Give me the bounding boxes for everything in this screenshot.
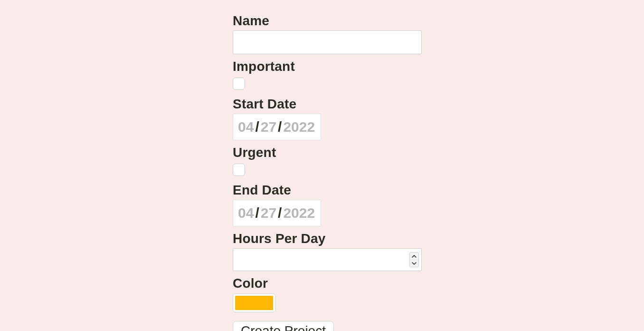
stepper-up-icon[interactable] xyxy=(410,253,418,260)
start-date-dd[interactable]: 27 xyxy=(261,119,276,135)
urgent-label: Urgent xyxy=(233,144,422,161)
start-date-yyyy[interactable]: 2022 xyxy=(283,119,315,135)
name-input[interactable] xyxy=(233,30,422,54)
end-date-mm[interactable]: 04 xyxy=(238,205,254,221)
end-date-dd[interactable]: 27 xyxy=(261,205,276,221)
start-date-input[interactable]: 04 / 27 / 2022 xyxy=(233,114,321,140)
name-label: Name xyxy=(233,12,422,29)
start-date-mm[interactable]: 04 xyxy=(238,119,254,135)
create-project-form: Name Important Start Date 04 / 27 / 2022… xyxy=(233,0,422,331)
hours-per-day-label: Hours Per Day xyxy=(233,230,422,247)
color-swatch xyxy=(235,296,273,310)
end-date-label: End Date xyxy=(233,182,422,199)
hours-per-day-stepper[interactable] xyxy=(409,252,419,267)
urgent-checkbox[interactable] xyxy=(233,164,245,176)
end-date-input[interactable]: 04 / 27 / 2022 xyxy=(233,200,321,226)
color-label: Color xyxy=(233,275,422,292)
important-label: Important xyxy=(233,58,422,75)
color-input[interactable] xyxy=(233,293,275,312)
stepper-down-icon[interactable] xyxy=(410,260,418,267)
create-project-button[interactable]: Create Project xyxy=(233,321,334,331)
start-date-label: Start Date xyxy=(233,96,422,113)
important-checkbox[interactable] xyxy=(233,78,245,90)
hours-per-day-input[interactable] xyxy=(233,248,422,271)
end-date-yyyy[interactable]: 2022 xyxy=(283,205,315,221)
